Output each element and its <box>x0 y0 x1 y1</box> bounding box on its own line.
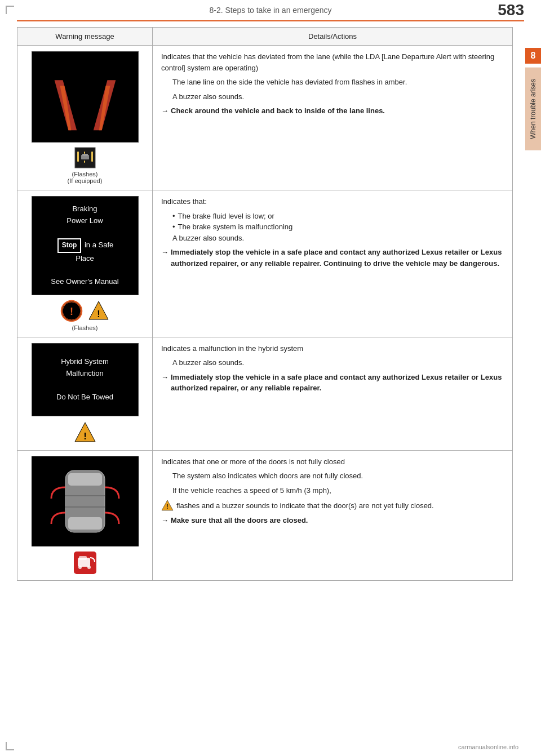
stop-badge: Stop <box>57 238 82 252</box>
car-display-box <box>32 456 139 546</box>
braking-bullet-2-text: The brake system is malfunctioning <box>178 221 293 233</box>
lane-detail-p2: The lane line on the side the vehicle ha… <box>172 77 504 88</box>
table-row: (Flashes) (If equipped) Indicates that t… <box>17 46 513 190</box>
door-detail-p4-text: flashes and a buzzer sounds to indicate … <box>176 500 434 512</box>
lane-action: → Check around the vehicle and back to i… <box>161 105 504 117</box>
door-car-icon <box>73 551 97 575</box>
page-title: 8-2. Steps to take in an emergency <box>209 6 331 15</box>
svg-rect-9 <box>91 152 93 162</box>
braking-line-1: Braking <box>72 203 97 215</box>
door-detail-p1: Indicates that one or more of the doors … <box>161 456 504 468</box>
circle-exclaim-icon: ! <box>60 300 83 322</box>
braking-icons-row: ! ! <box>26 300 144 322</box>
corner-mark-bottom <box>6 742 14 750</box>
door-detail-p2: The system also indicates which doors ar… <box>172 470 504 482</box>
page-header: 8-2. Steps to take in an emergency 583 <box>17 0 524 21</box>
main-content: Warning message Details/Actions <box>17 27 513 581</box>
svg-point-27 <box>78 566 82 569</box>
warning-cell-door <box>17 450 153 580</box>
warning-table: Warning message Details/Actions <box>17 27 513 581</box>
warning-cell-hybrid: Hybrid System Malfunction Do Not Be Towe… <box>17 337 153 450</box>
door-action-text: Make sure that all the doors are closed. <box>171 515 308 526</box>
svg-rect-26 <box>79 556 87 560</box>
hybrid-details-text: Indicates a malfunction in the hybrid sy… <box>161 343 504 394</box>
details-cell-hybrid: Indicates a malfunction in the hybrid sy… <box>153 337 513 450</box>
hybrid-triangle-icon: ! <box>73 421 97 444</box>
lane-detail-p1: Indicates that the vehicle has deviated … <box>161 51 504 73</box>
svg-text:!: ! <box>166 504 168 510</box>
arrow-symbol: → <box>161 105 168 117</box>
svg-rect-5 <box>77 152 79 162</box>
lane-icon <box>74 147 96 168</box>
lane-if-equipped-label: (If equipped) <box>26 177 144 184</box>
door-icon-row <box>26 551 144 575</box>
braking-display-box: Braking Power Low Stop in a Safe Place S… <box>32 196 139 295</box>
hybrid-icons-row: ! <box>26 421 144 444</box>
footer-watermark: carmanualsonline.info <box>458 744 518 750</box>
lane-detail-p3: A buzzer also sounds. <box>172 91 504 103</box>
lane-departure-svg <box>38 57 132 136</box>
inline-triangle-icon: ! <box>161 499 174 512</box>
svg-rect-20 <box>68 473 102 486</box>
hybrid-detail-p1: Indicates a malfunction in the hybrid sy… <box>161 343 504 354</box>
braking-bullet-1-text: The brake fluid level is low; or <box>178 211 274 222</box>
svg-text:!: ! <box>70 306 73 317</box>
svg-rect-8 <box>84 161 85 163</box>
warning-cell-lane: (Flashes) (If equipped) <box>17 46 153 190</box>
braking-line-3: Stop in a Safe <box>56 238 114 252</box>
hybrid-line-2: Malfunction <box>66 368 103 380</box>
braking-action: → Immediately stop the vehicle in a safe… <box>161 247 504 269</box>
warning-cell-braking: Braking Power Low Stop in a Safe Place S… <box>17 190 153 337</box>
svg-rect-11 <box>82 154 88 156</box>
svg-rect-21 <box>68 517 102 530</box>
hybrid-detail-p2: A buzzer also sounds. <box>172 357 504 368</box>
details-cell-lane: Indicates that the vehicle has deviated … <box>153 46 513 190</box>
braking-detail-p1: Indicates that: <box>161 196 504 207</box>
col-header-details: Details/Actions <box>153 28 513 46</box>
arrow-symbol-2: → <box>161 247 168 269</box>
hybrid-action: → Immediately stop the vehicle in a safe… <box>161 372 504 394</box>
details-cell-braking: Indicates that: •The brake fluid level i… <box>153 190 513 337</box>
lane-display-box <box>32 51 139 143</box>
arrow-symbol-4: → <box>161 515 168 526</box>
chapter-number: 8 <box>525 48 541 64</box>
braking-bullet-2: •The brake system is malfunctioning <box>172 221 504 233</box>
braking-action-text: Immediately stop the vehicle in a safe p… <box>171 247 504 269</box>
door-action: → Make sure that all the doors are close… <box>161 515 504 526</box>
lane-details-text: Indicates that the vehicle has deviated … <box>161 51 504 117</box>
lane-flashes-label: (Flashes) <box>26 171 144 177</box>
table-row: Braking Power Low Stop in a Safe Place S… <box>17 190 513 337</box>
table-row: Hybrid System Malfunction Do Not Be Towe… <box>17 337 513 450</box>
braking-bullet-1: •The brake fluid level is low; or <box>172 211 504 222</box>
door-details-text: Indicates that one or more of the doors … <box>161 456 504 526</box>
svg-rect-6 <box>84 152 85 154</box>
braking-detail-p3: A buzzer also sounds. <box>172 233 504 244</box>
svg-text:!: ! <box>83 431 87 442</box>
page-number: 583 <box>498 1 524 19</box>
arrow-symbol-3: → <box>161 372 168 394</box>
lane-action-text: Check around the vehicle and back to ins… <box>171 105 385 117</box>
braking-line-5: See Owner's Manual <box>51 276 118 288</box>
table-row: Indicates that one or more of the doors … <box>17 450 513 580</box>
door-detail-p4: ! flashes and a buzzer sounds to indicat… <box>161 499 504 512</box>
col-header-warning: Warning message <box>17 28 153 46</box>
hybrid-display-box: Hybrid System Malfunction Do Not Be Towe… <box>32 343 139 416</box>
hybrid-line-1: Hybrid System <box>61 356 109 368</box>
braking-line-2: Power Low <box>66 215 103 227</box>
lane-icon-row <box>26 147 144 168</box>
svg-point-28 <box>87 566 91 569</box>
svg-text:!: ! <box>97 309 100 319</box>
braking-flashes-label: (Flashes) <box>26 324 144 331</box>
corner-mark-top <box>6 6 14 14</box>
details-cell-door: Indicates that one or more of the doors … <box>153 450 513 580</box>
hybrid-line-3: Do Not Be Towed <box>56 392 113 403</box>
car-top-view-svg <box>40 459 130 544</box>
hybrid-action-text: Immediately stop the vehicle in a safe p… <box>171 372 504 394</box>
door-detail-p3: If the vehicle reaches a speed of 5 km/h… <box>172 485 504 496</box>
braking-details-text: Indicates that: •The brake fluid level i… <box>161 196 504 269</box>
braking-line-4: Place <box>76 253 94 265</box>
triangle-exclaim-icon: ! <box>87 300 110 322</box>
side-tab: When trouble arises <box>525 68 541 150</box>
